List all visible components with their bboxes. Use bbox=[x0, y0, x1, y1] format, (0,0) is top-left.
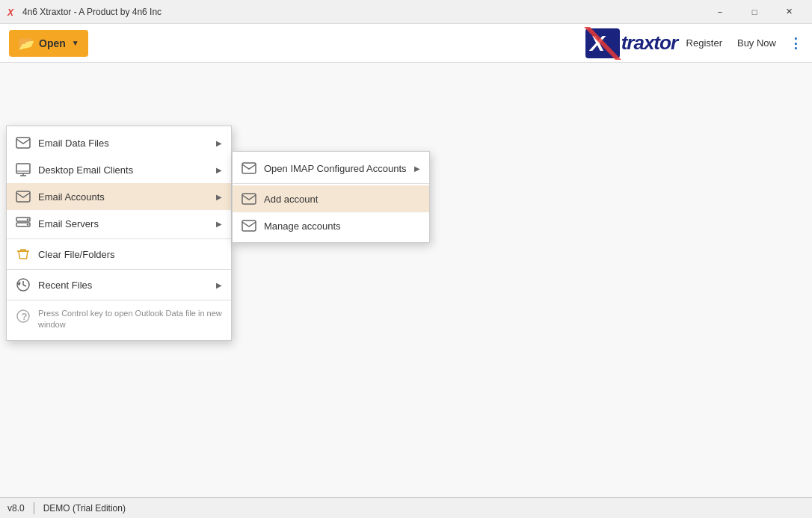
email-data-files-icon bbox=[16, 135, 31, 150]
submenu-item-add-account[interactable]: Add account bbox=[233, 185, 429, 212]
menu-item-recent-files[interactable]: Recent Files ▶ bbox=[7, 271, 231, 298]
submenu-item-add-account-label: Add account bbox=[264, 194, 420, 205]
add-account-icon bbox=[242, 191, 256, 206]
menu-item-email-accounts[interactable]: Email Accounts ▶ bbox=[7, 183, 231, 210]
imap-icon bbox=[242, 161, 256, 176]
app-icon: X bbox=[6, 6, 18, 18]
recent-files-icon bbox=[16, 277, 31, 292]
menu-hint-item: ? Press Control key to open Outlook Data… bbox=[7, 302, 231, 337]
svg-text:?: ? bbox=[22, 311, 28, 322]
menu-hint-text: Press Control key to open Outlook Data f… bbox=[38, 308, 222, 331]
email-accounts-icon bbox=[16, 189, 31, 204]
email-servers-icon bbox=[16, 216, 31, 231]
window-title: 4n6 Xtraxtor - A Product by 4n6 Inc bbox=[22, 7, 703, 17]
submenu-divider bbox=[233, 183, 429, 184]
menu-item-desktop-email-clients-label: Desktop Email Clients bbox=[38, 164, 209, 176]
toolbar: 📂 Open ▼ X traxtor Register Buy Now ⋮ bbox=[0, 24, 812, 63]
email-accounts-submenu: Open IMAP Configured Accounts ▶ Add acco… bbox=[232, 151, 430, 243]
submenu-item-manage-accounts[interactable]: Manage accounts bbox=[233, 212, 429, 239]
svg-rect-19 bbox=[242, 221, 256, 231]
submenu-arrow-icon: ▶ bbox=[216, 166, 222, 174]
menu-item-email-accounts-label: Email Accounts bbox=[38, 191, 209, 203]
open-button[interactable]: 📂 Open ▼ bbox=[9, 30, 88, 57]
svg-rect-5 bbox=[16, 164, 30, 173]
menu-item-clear-files-folders[interactable]: Clear File/Folders bbox=[7, 241, 231, 268]
svg-rect-9 bbox=[16, 191, 30, 202]
window-controls: − □ ✕ bbox=[703, 0, 806, 24]
submenu-item-open-imap[interactable]: Open IMAP Configured Accounts ▶ bbox=[233, 155, 429, 182]
svg-rect-17 bbox=[242, 163, 256, 173]
svg-point-13 bbox=[27, 223, 28, 225]
toolbar-actions: Register Buy Now ⋮ bbox=[680, 33, 806, 54]
menu-item-email-servers-label: Email Servers bbox=[38, 218, 209, 229]
svg-rect-18 bbox=[242, 194, 256, 204]
status-text: DEMO (Trial Edition) bbox=[43, 503, 126, 514]
submenu-arrow-icon: ▶ bbox=[414, 164, 420, 173]
close-button[interactable]: ✕ bbox=[772, 0, 806, 24]
submenu-arrow-icon: ▶ bbox=[216, 281, 222, 289]
svg-rect-4 bbox=[16, 138, 30, 148]
logo-text: traxtor bbox=[621, 31, 677, 55]
folder-icon: 📂 bbox=[18, 35, 34, 52]
help-icon: ? bbox=[16, 308, 31, 323]
open-dropdown-menu: Email Data Files ▶ Desktop Email Clients… bbox=[6, 126, 232, 341]
manage-accounts-icon bbox=[242, 218, 256, 233]
menu-item-email-servers[interactable]: Email Servers ▶ bbox=[7, 210, 231, 237]
buy-now-link[interactable]: Buy Now bbox=[731, 34, 782, 52]
dropdown-arrow-icon: ▼ bbox=[72, 39, 79, 47]
menu-item-email-data-files[interactable]: Email Data Files ▶ bbox=[7, 129, 231, 156]
menu-divider bbox=[7, 238, 231, 239]
desktop-email-clients-icon bbox=[16, 162, 31, 177]
status-divider bbox=[34, 502, 34, 514]
submenu-item-open-imap-label: Open IMAP Configured Accounts bbox=[264, 163, 407, 174]
title-bar: X 4n6 Xtraxtor - A Product by 4n6 Inc − … bbox=[0, 0, 812, 24]
menu-item-clear-files-label: Clear File/Folders bbox=[38, 249, 222, 260]
app-logo: X traxtor bbox=[584, 27, 677, 60]
submenu-arrow-icon: ▶ bbox=[216, 139, 222, 147]
main-content: Email Data Files ▶ Desktop Email Clients… bbox=[0, 63, 812, 497]
svg-point-12 bbox=[27, 218, 28, 220]
more-options-button[interactable]: ⋮ bbox=[785, 33, 806, 54]
svg-text:X: X bbox=[7, 7, 14, 18]
submenu-arrow-icon: ▶ bbox=[216, 193, 222, 201]
menu-item-email-data-files-label: Email Data Files bbox=[38, 138, 209, 149]
menu-item-recent-files-label: Recent Files bbox=[38, 280, 209, 291]
restore-button[interactable]: □ bbox=[737, 0, 772, 24]
menu-divider-3 bbox=[7, 300, 231, 300]
submenu-arrow-icon: ▶ bbox=[216, 220, 222, 228]
open-button-label: Open bbox=[39, 37, 66, 49]
clear-files-icon bbox=[16, 247, 31, 262]
status-bar: v8.0 DEMO (Trial Edition) bbox=[0, 497, 812, 518]
register-link[interactable]: Register bbox=[680, 34, 728, 52]
menu-item-desktop-email-clients[interactable]: Desktop Email Clients ▶ bbox=[7, 156, 231, 183]
logo-x-icon: X bbox=[584, 27, 621, 60]
version-label: v8.0 bbox=[7, 503, 25, 514]
submenu-item-manage-accounts-label: Manage accounts bbox=[264, 221, 420, 232]
minimize-button[interactable]: − bbox=[703, 0, 737, 24]
menu-divider-2 bbox=[7, 269, 231, 270]
